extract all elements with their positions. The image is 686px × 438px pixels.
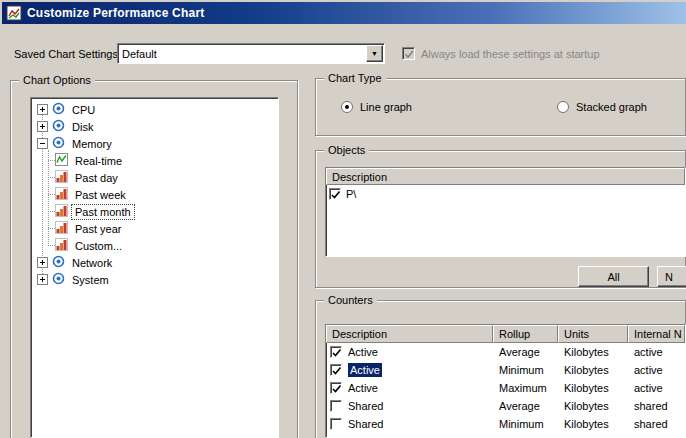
counter-units: Kilobytes — [558, 346, 628, 358]
tree-connector-stub — [48, 245, 55, 246]
chevron-down-icon[interactable]: ▼ — [366, 45, 383, 62]
tree-connector-stub — [48, 211, 55, 212]
window-title: Customize Performance Chart — [27, 6, 204, 20]
all-button[interactable]: All — [578, 266, 649, 287]
counter-group-icon — [52, 102, 65, 117]
none-button[interactable]: N — [657, 266, 686, 287]
bar-chart-icon — [55, 170, 68, 185]
bar-chart-icon — [55, 238, 68, 253]
objects-list-row[interactable]: P\ — [326, 185, 685, 202]
counter-description-selected: Active — [348, 363, 382, 377]
counter-description: Shared — [348, 418, 383, 430]
bar-chart-icon — [55, 221, 68, 236]
saved-chart-settings-combobox[interactable]: Default ▼ — [117, 43, 385, 64]
counters-column-header-rollup[interactable]: Rollup — [493, 325, 558, 343]
chart-type-group-title: Chart Type — [324, 72, 386, 85]
tree-item-past-month[interactable]: Past month — [31, 203, 278, 220]
tree-connector-stub — [48, 177, 55, 178]
expand-plus-icon[interactable] — [37, 257, 48, 268]
collapse-minus-icon[interactable] — [37, 138, 48, 149]
check-icon — [330, 189, 342, 201]
chart-type-group: Chart Type Line graph Stacked graph — [315, 78, 686, 136]
objects-list[interactable]: Description P\ — [325, 167, 686, 257]
counter-description: Active — [348, 382, 378, 394]
counter-units: Kilobytes — [558, 382, 628, 394]
counter-row-shared-minimum[interactable]: Shared Minimum Kilobytes shared — [326, 415, 685, 433]
counter-rollup: Minimum — [493, 418, 558, 430]
stacked-graph-option[interactable]: Stacked graph — [557, 101, 647, 113]
title-bar[interactable]: Customize Performance Chart — [2, 2, 686, 24]
expand-plus-icon[interactable] — [37, 121, 48, 132]
chart-options-tree[interactable]: CPU Disk Memory Real-time Past day — [30, 97, 279, 438]
tree-item-past-day[interactable]: Past day — [31, 169, 278, 186]
counter-description: Active — [348, 346, 378, 358]
startup-checkbox-row: Always load these settings at startup — [402, 47, 600, 60]
startup-checkbox-label: Always load these settings at startup — [421, 48, 600, 60]
counters-table[interactable]: Description Rollup Units Internal N Acti… — [325, 324, 686, 438]
tree-item-label: Past year — [72, 222, 124, 236]
tree-item-real-time[interactable]: Real-time — [31, 152, 278, 169]
tree-item-label: CPU — [69, 103, 98, 117]
column-header-label: Rollup — [499, 328, 530, 340]
counter-checkbox[interactable] — [330, 382, 342, 394]
check-icon — [331, 347, 343, 358]
expand-plus-icon[interactable] — [37, 274, 48, 285]
tree-item-memory[interactable]: Memory — [31, 135, 278, 152]
startup-checkbox[interactable] — [402, 47, 415, 60]
counters-column-header-internal-name[interactable]: Internal N — [628, 325, 685, 343]
saved-chart-settings-label: Saved Chart Settings: — [14, 48, 121, 60]
tree-item-disk[interactable]: Disk — [31, 118, 278, 135]
tree-connector-stub — [48, 228, 55, 229]
tree-item-label: Network — [69, 256, 115, 270]
check-icon — [331, 383, 343, 394]
tree-item-network[interactable]: Network — [31, 254, 278, 271]
counter-description: Shared — [348, 400, 383, 412]
tree-connector-stub — [48, 194, 55, 195]
performance-chart-icon — [6, 5, 22, 21]
counter-group-icon — [52, 136, 65, 151]
tree-item-label: Past week — [72, 188, 129, 202]
line-graph-option[interactable]: Line graph — [341, 101, 412, 113]
counter-units: Kilobytes — [558, 418, 628, 430]
counter-rollup: Average — [493, 400, 558, 412]
counter-group-icon — [52, 255, 65, 270]
bar-chart-icon — [55, 187, 68, 202]
check-icon — [331, 365, 343, 377]
counter-units: Kilobytes — [558, 400, 628, 412]
counter-group-icon — [52, 272, 65, 287]
stacked-graph-radio[interactable] — [557, 101, 569, 113]
counter-internal-name: shared — [628, 400, 685, 412]
counters-column-header-description[interactable]: Description — [326, 325, 493, 343]
counters-column-header-units[interactable]: Units — [558, 325, 628, 343]
line-graph-radio[interactable] — [341, 101, 353, 113]
counter-checkbox[interactable] — [330, 400, 342, 412]
counter-rollup: Average — [493, 346, 558, 358]
counter-internal-name: active — [628, 364, 685, 376]
counter-checkbox[interactable] — [330, 346, 342, 358]
tree-item-label: System — [69, 273, 112, 287]
tree-connector-stub — [48, 160, 55, 161]
tree-item-cpu[interactable]: CPU — [31, 101, 278, 118]
tree-item-label: Disk — [69, 120, 96, 134]
counter-row-active-average[interactable]: Active Average Kilobytes active — [326, 343, 685, 361]
column-header-label: Internal N — [634, 328, 682, 340]
counter-checkbox[interactable] — [330, 418, 342, 430]
tree-item-system[interactable]: System — [31, 271, 278, 288]
tree-item-label-selected: Past month — [72, 205, 134, 219]
counters-group-title: Counters — [324, 294, 377, 307]
counter-row-active-maximum[interactable]: Active Maximum Kilobytes active — [326, 379, 685, 397]
tree-item-custom[interactable]: Custom... — [31, 237, 278, 254]
counter-row-shared-average[interactable]: Shared Average Kilobytes shared — [326, 397, 685, 415]
tree-item-past-year[interactable]: Past year — [31, 220, 278, 237]
tree-item-label: Memory — [69, 137, 115, 151]
counter-internal-name: active — [628, 382, 685, 394]
objects-column-header-description[interactable]: Description — [326, 168, 685, 185]
expand-plus-icon[interactable] — [37, 104, 48, 115]
counter-row-active-minimum[interactable]: Active Minimum Kilobytes active — [326, 361, 685, 379]
object-checkbox[interactable] — [329, 188, 341, 200]
counter-checkbox[interactable] — [330, 364, 342, 376]
tree-item-past-week[interactable]: Past week — [31, 186, 278, 203]
all-button-label: All — [607, 271, 619, 283]
line-graph-label: Line graph — [360, 101, 412, 113]
line-chart-icon — [55, 153, 68, 168]
